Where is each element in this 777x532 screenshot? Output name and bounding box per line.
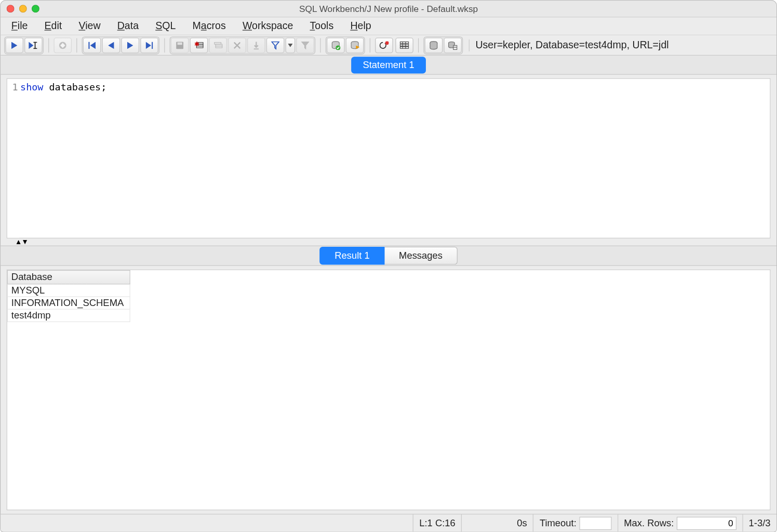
statement-tab[interactable]: Statement 1 [352, 57, 426, 73]
timeout-label: Timeout: [540, 517, 577, 528]
statusbar: L:1 C:16 0s Timeout: Max. Rows: 1-3/3 [1, 514, 776, 532]
db-rollback-button[interactable] [346, 37, 364, 53]
db-tree-button[interactable] [444, 37, 461, 53]
db-commit-button[interactable] [327, 37, 345, 53]
maximize-window-button[interactable] [32, 5, 39, 12]
filter-button[interactable] [266, 37, 285, 53]
titlebar: SQL Workbench/J New profile - Default.wk… [1, 1, 776, 17]
splitter-handle[interactable]: ▲▼ [1, 238, 776, 246]
svg-rect-34 [400, 44, 409, 46]
delete-row-button[interactable] [228, 37, 246, 53]
toolbar: ✱ User=kepler, Database=test4dmp, URL=jd… [1, 35, 776, 56]
table-row[interactable]: INFORMATION_SCHEMA [7, 297, 130, 309]
menu-view[interactable]: View [78, 20, 100, 32]
app-window: SQL Workbench/J New profile - Default.wk… [0, 0, 777, 532]
svg-marker-9 [108, 42, 114, 49]
editor-gutter: 1 [7, 79, 19, 238]
table-row[interactable]: test4dmp [7, 309, 130, 322]
toolbar-separator [320, 38, 320, 52]
tab-messages[interactable]: Messages [384, 247, 457, 265]
svg-rect-14 [178, 42, 182, 45]
table-row[interactable]: MYSQL [7, 284, 130, 297]
next-button[interactable] [121, 37, 139, 53]
toolbar-separator [76, 38, 77, 52]
insert-row-button[interactable]: ✱ [190, 37, 208, 53]
append-results-toggle[interactable] [395, 37, 413, 53]
svg-marker-24 [272, 42, 279, 49]
maxrows-input[interactable] [676, 516, 736, 529]
svg-rect-2 [35, 42, 36, 49]
svg-marker-26 [302, 42, 309, 49]
editor-code[interactable]: show databases; [19, 79, 110, 238]
db-explorer-button[interactable] [425, 37, 443, 53]
svg-rect-4 [33, 48, 37, 49]
toolbar-separator [48, 38, 49, 52]
toolbar-separator [164, 38, 165, 52]
column-header[interactable]: Database [7, 270, 130, 284]
menu-sql[interactable]: SQL [155, 20, 176, 32]
result-tabbar: Result 1 Messages [1, 246, 776, 266]
cursor-position: L:1 C:16 [413, 514, 462, 531]
menu-workspace[interactable]: Workspace [243, 20, 293, 32]
svg-marker-25 [288, 43, 292, 47]
svg-point-32 [385, 41, 389, 45]
toolbar-separator [418, 38, 419, 52]
menu-help[interactable]: Help [350, 20, 371, 32]
svg-marker-10 [127, 42, 133, 49]
svg-rect-12 [152, 42, 153, 49]
svg-text:✱: ✱ [194, 41, 199, 47]
autocommit-toggle[interactable] [375, 37, 393, 53]
prev-button[interactable] [102, 37, 120, 53]
window-title: SQL Workbench/J New profile - Default.wk… [7, 4, 771, 14]
connection-info: User=kepler, Database=test4dmp, URL=jdl [469, 39, 773, 51]
svg-rect-33 [400, 42, 409, 43]
menu-file[interactable]: File [11, 20, 28, 32]
filter-dropdown-button[interactable] [286, 37, 295, 53]
save-button[interactable] [171, 37, 189, 53]
execute-button[interactable] [5, 37, 23, 53]
svg-marker-11 [146, 42, 151, 49]
copy-row-button[interactable] [209, 37, 227, 53]
svg-rect-21 [216, 46, 222, 47]
menu-data[interactable]: Data [117, 20, 139, 32]
tab-result[interactable]: Result 1 [319, 247, 384, 265]
close-window-button[interactable] [7, 5, 15, 12]
statement-tabbar: Statement 1 [1, 56, 776, 75]
last-button[interactable] [140, 37, 158, 53]
svg-rect-3 [33, 42, 37, 43]
first-button[interactable] [83, 37, 101, 53]
menu-tools[interactable]: Tools [310, 20, 334, 32]
maxrows-cell: Max. Rows: [618, 514, 742, 531]
timeout-input[interactable] [579, 516, 611, 529]
traffic-lights [7, 5, 39, 12]
svg-marker-0 [11, 42, 17, 49]
timeout-cell: Timeout: [533, 514, 617, 531]
menu-edit[interactable]: Edit [45, 20, 62, 32]
menubar: File Edit View Data SQL Macros Workspace… [1, 17, 776, 35]
toolbar-separator [370, 38, 370, 52]
row-count: 1-3/3 [742, 514, 776, 531]
stop-button[interactable] [54, 37, 72, 53]
svg-marker-1 [29, 42, 33, 49]
result-table[interactable]: Database MYSQL INFORMATION_SCHEMA test4d… [7, 270, 130, 322]
svg-rect-7 [88, 42, 89, 49]
svg-marker-8 [90, 42, 96, 49]
execute-cursor-button[interactable] [24, 37, 43, 53]
clear-filter-button[interactable] [296, 37, 314, 53]
commit-button[interactable] [247, 37, 265, 53]
minimize-window-button[interactable] [19, 5, 27, 12]
result-panel: Database MYSQL INFORMATION_SCHEMA test4d… [7, 270, 771, 510]
menu-macros[interactable]: Macros [193, 20, 226, 32]
exec-time: 0s [461, 514, 533, 531]
svg-rect-35 [400, 46, 409, 48]
maxrows-label: Max. Rows: [624, 517, 674, 528]
sql-editor[interactable]: 1 show databases; [7, 78, 771, 238]
